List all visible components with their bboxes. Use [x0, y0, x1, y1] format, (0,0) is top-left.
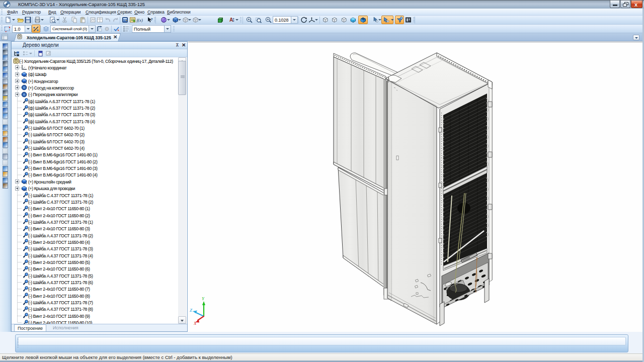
svg-text:X: X — [193, 321, 197, 326]
svg-text:Z: Z — [190, 308, 193, 313]
svg-text:A: A — [229, 17, 233, 23]
svg-text:f(x): f(x) — [137, 18, 143, 23]
svg-text:?: ? — [150, 17, 153, 22]
svg-text:Y: Y — [202, 296, 205, 301]
